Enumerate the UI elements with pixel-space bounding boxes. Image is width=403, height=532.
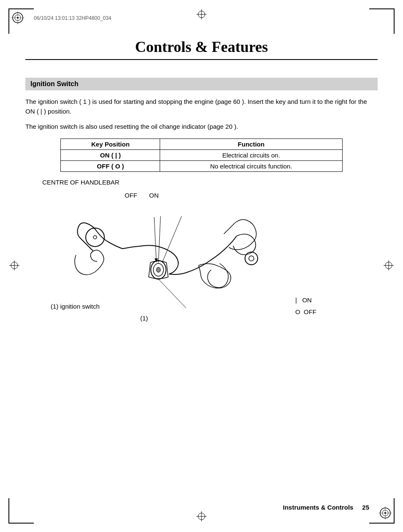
svg-point-29 <box>245 252 258 265</box>
table-cell-function-off: No electrical circuits function. <box>160 160 342 171</box>
table-col-function: Function <box>160 138 342 149</box>
page-number: 25 <box>362 504 369 511</box>
svg-point-23 <box>93 236 97 239</box>
svg-line-27 <box>158 216 161 263</box>
diagram-caption-ignition: (1) ignition switch <box>51 303 100 310</box>
ornament-top-left <box>11 11 25 26</box>
crosshair-top-center <box>196 9 207 21</box>
header-metadata: 06/10/24 13:01:13 32HP4800_034 <box>34 15 112 21</box>
page-title-section: Controls & Features <box>25 38 378 60</box>
table-cell-key-on: ON ( | ) <box>61 149 160 160</box>
footer-text: Instruments & Controls <box>283 504 354 511</box>
symbol-off-label: O OFF <box>295 306 316 318</box>
label-off: OFF <box>125 192 137 199</box>
crosshair-bottom-center <box>196 511 207 523</box>
diagram-callout-1: (1) <box>140 315 148 322</box>
page-footer: Instruments & Controls 25 <box>283 504 369 511</box>
svg-point-26 <box>156 267 161 272</box>
title-underline <box>25 59 378 60</box>
handlebar-illustration <box>68 200 287 331</box>
body-paragraph-1: The ignition switch ( 1 ) is used for st… <box>25 97 378 116</box>
crosshair-left-center <box>9 261 19 272</box>
label-on: ON <box>149 192 159 199</box>
corner-decoration-tr <box>369 8 395 34</box>
diagram-section: CENTRE OF HANDLEBAR OFF ON <box>25 179 378 339</box>
page-title: Controls & Features <box>25 38 378 56</box>
section-header: Ignition Switch <box>25 78 378 90</box>
section-header-text: Ignition Switch <box>30 80 79 87</box>
diagram-off-on-labels: OFF ON <box>125 192 159 199</box>
table-row: OFF ( O ) No electrical circuits functio… <box>61 160 342 171</box>
diagram-symbols: | ON O OFF <box>295 294 316 318</box>
body-paragraph-2: The ignition switch is also used resetti… <box>25 122 378 132</box>
table-row: ON ( | ) Electrical circuits on. <box>61 149 342 160</box>
svg-line-28 <box>163 216 182 261</box>
key-position-table: Key Position Function ON ( | ) Electrica… <box>60 138 342 172</box>
table-cell-key-off: OFF ( O ) <box>61 160 160 171</box>
symbol-on-label: | ON <box>295 294 316 307</box>
table-cell-function-on: Electrical circuits on. <box>160 149 342 160</box>
crosshair-right-center <box>384 261 394 272</box>
table-col-key-position: Key Position <box>61 138 160 149</box>
ornament-bottom-right <box>378 506 392 521</box>
svg-line-31 <box>154 217 156 261</box>
svg-point-30 <box>249 256 254 261</box>
diagram-title: CENTRE OF HANDLEBAR <box>42 179 378 186</box>
svg-line-33 <box>158 279 186 308</box>
diagram-container: OFF ON <box>25 187 378 339</box>
corner-decoration-bl <box>8 498 34 524</box>
